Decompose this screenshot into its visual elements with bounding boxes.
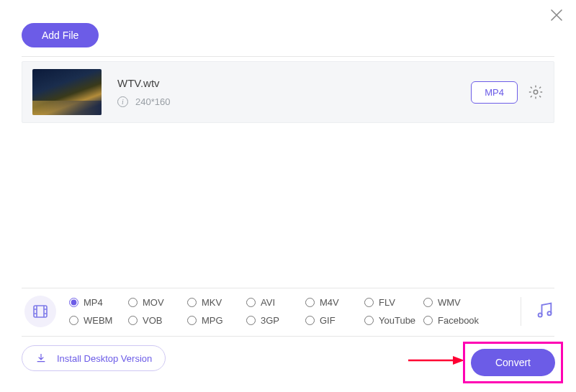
- format-option-mpg[interactable]: MPG: [187, 315, 246, 326]
- format-radio[interactable]: [69, 298, 78, 307]
- install-desktop-label: Install Desktop Version: [57, 353, 152, 364]
- convert-button[interactable]: Convert: [471, 349, 555, 376]
- format-label: 3GP: [261, 315, 279, 326]
- divider: [22, 56, 554, 57]
- format-option-mov[interactable]: MOV: [128, 297, 187, 308]
- format-label: MOV: [143, 297, 164, 308]
- format-label: MKV: [202, 297, 222, 308]
- format-label: GIF: [320, 315, 336, 326]
- add-file-button[interactable]: Add File: [22, 23, 99, 47]
- format-option-avi[interactable]: AVI: [246, 297, 305, 308]
- arrow-annotation: [407, 355, 464, 366]
- convert-highlight: Convert: [463, 342, 563, 383]
- audio-formats-icon[interactable]: [534, 300, 554, 323]
- target-format-button[interactable]: MP4: [471, 81, 518, 104]
- file-thumbnail: [32, 69, 102, 115]
- svg-point-3: [547, 311, 551, 315]
- format-label: WEBM: [84, 315, 112, 326]
- svg-rect-1: [34, 306, 47, 317]
- format-radio[interactable]: [128, 298, 138, 307]
- svg-point-2: [539, 313, 542, 316]
- format-option-gif[interactable]: GIF: [305, 315, 364, 326]
- format-option-vob[interactable]: VOB: [128, 315, 187, 326]
- format-label: VOB: [143, 315, 162, 326]
- format-radio[interactable]: [364, 298, 374, 307]
- format-radio[interactable]: [305, 298, 315, 307]
- file-row: WTV.wtv i 240*160 MP4: [22, 61, 554, 123]
- format-radio[interactable]: [246, 316, 256, 325]
- close-icon[interactable]: [550, 9, 563, 22]
- format-label: MP4: [84, 297, 103, 308]
- format-label: M4V: [320, 297, 339, 308]
- video-formats-icon[interactable]: [24, 296, 56, 327]
- format-label: WMV: [438, 297, 461, 308]
- format-option-m4v[interactable]: M4V: [305, 297, 364, 308]
- download-icon: [35, 352, 47, 364]
- format-option-youtube[interactable]: YouTube: [364, 315, 423, 326]
- file-name: WTV.wtv: [117, 77, 471, 89]
- format-label: YouTube: [379, 315, 415, 326]
- divider: [521, 297, 521, 326]
- gear-icon[interactable]: [528, 84, 544, 100]
- format-radio[interactable]: [423, 316, 433, 325]
- format-radio[interactable]: [364, 316, 374, 325]
- format-grid: MP4MOVMKVAVIM4VFLVWMVWEBMVOBMPG3GPGIFYou…: [69, 297, 516, 326]
- format-radio[interactable]: [128, 316, 138, 325]
- format-option-wmv[interactable]: WMV: [423, 297, 482, 308]
- svg-point-0: [534, 90, 538, 94]
- format-option-flv[interactable]: FLV: [364, 297, 423, 308]
- format-label: MPG: [202, 315, 223, 326]
- format-radio[interactable]: [187, 316, 197, 325]
- format-option-mkv[interactable]: MKV: [187, 297, 246, 308]
- format-label: AVI: [261, 297, 275, 308]
- format-radio[interactable]: [69, 316, 78, 325]
- info-icon: i: [117, 96, 128, 107]
- format-radio[interactable]: [187, 298, 197, 307]
- format-option-facebook[interactable]: Facebook: [423, 315, 482, 326]
- divider: [22, 336, 554, 337]
- format-label: FLV: [379, 297, 395, 308]
- format-option-mp4[interactable]: MP4: [69, 297, 128, 308]
- file-resolution: 240*160: [135, 96, 170, 107]
- format-option-webm[interactable]: WEBM: [69, 315, 128, 326]
- format-label: Facebook: [438, 315, 479, 326]
- format-radio[interactable]: [423, 298, 433, 307]
- format-option-3gp[interactable]: 3GP: [246, 315, 305, 326]
- install-desktop-button[interactable]: Install Desktop Version: [22, 345, 166, 371]
- format-radio[interactable]: [305, 316, 315, 325]
- format-radio[interactable]: [246, 298, 256, 307]
